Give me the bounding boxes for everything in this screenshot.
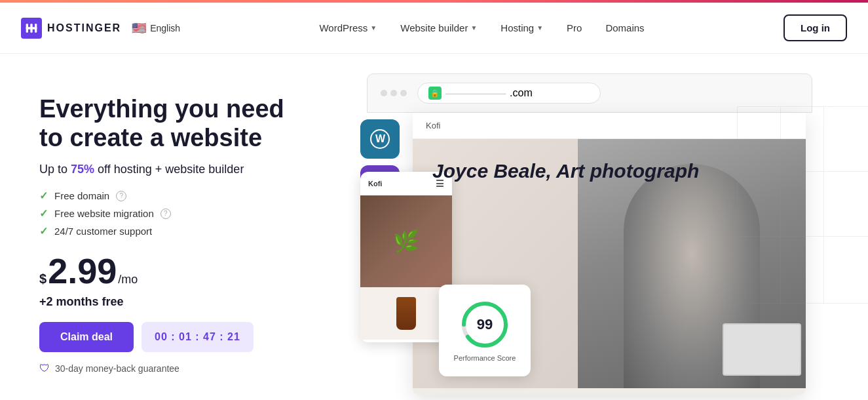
nav-item-wordpress[interactable]: WordPress ▼ <box>310 17 386 39</box>
vase-decoration <box>396 297 416 330</box>
feature-label-support: 24/7 customer support <box>54 226 152 237</box>
hostinger-logo-svg <box>25 22 38 35</box>
browser-dot-green <box>400 90 407 96</box>
claim-deal-button[interactable]: Claim deal <box>39 322 134 352</box>
nav-item-website-builder[interactable]: Website builder ▼ <box>391 17 486 39</box>
preview-title-overlay: Joyce Beale, Art photograph <box>432 159 699 184</box>
logo-link[interactable]: HOSTINGER <box>21 18 121 39</box>
flag-icon: 🇺🇸 <box>132 21 146 35</box>
performance-circle: 99 <box>459 298 511 351</box>
subtitle-highlight: 75% <box>71 163 94 176</box>
chevron-down-icon: ▼ <box>537 24 543 31</box>
main-nav: WordPress ▼ Website builder ▼ Hosting ▼ … <box>310 17 653 39</box>
laptop-icon <box>723 323 801 376</box>
navbar-right: Log in <box>783 14 847 41</box>
nav-item-domains[interactable]: Domains <box>596 17 653 39</box>
check-icon: ✓ <box>39 225 48 237</box>
nav-label-wordpress: WordPress <box>319 22 368 33</box>
guarantee-text: 30-day money-back guarantee <box>55 363 179 374</box>
price-main-value: 2.99 <box>48 253 117 289</box>
language-label: English <box>150 23 180 33</box>
feature-support: ✓ 24/7 customer support <box>39 225 314 237</box>
preview-site-name: Kofi <box>426 121 440 130</box>
chevron-down-icon: ▼ <box>370 24 377 31</box>
svg-rect-3 <box>26 27 37 29</box>
lock-icon: 🔒 <box>428 87 442 100</box>
subtitle-prefix: Up to <box>39 163 71 176</box>
nav-label-hosting: Hosting <box>500 22 534 33</box>
logo-icon <box>21 18 42 39</box>
address-bar-text: ────────── <box>445 89 506 98</box>
nav-label-pro: Pro <box>567 22 582 33</box>
mobile-site-name: Kofi <box>368 180 382 188</box>
info-icon-free-domain[interactable]: ? <box>116 191 126 201</box>
price-block: $ 2.99 /mo <box>39 253 314 289</box>
mobile-content-area <box>360 287 452 340</box>
performance-card: 99 Performance Score <box>439 285 531 376</box>
price-dollar-sign: $ <box>39 271 47 287</box>
price-per-month: /mo <box>118 273 138 287</box>
price-extra-months: +2 months free <box>39 295 314 309</box>
browser-dot-red <box>381 90 387 96</box>
feature-free-domain: ✓ Free domain ? <box>39 190 314 202</box>
hero-content-left: Everything you need to create a website … <box>39 54 328 400</box>
hero-title: Everything you need to create a website <box>39 95 314 152</box>
mobile-image-area: 🌿 <box>360 195 452 287</box>
nav-label-website-builder: Website builder <box>400 22 468 33</box>
feature-label-free-domain: Free domain <box>54 190 109 201</box>
address-bar: 🔒 ────────── .com <box>417 83 601 104</box>
browser-dots <box>381 90 407 96</box>
performance-score-number: 99 <box>477 316 493 333</box>
features-list: ✓ Free domain ? ✓ Free website migration… <box>39 190 314 237</box>
nav-label-domains: Domains <box>605 22 644 33</box>
navbar: HOSTINGER 🇺🇸 English WordPress ▼ Website… <box>0 3 868 54</box>
mobile-preview: Kofi ☰ 🌿 <box>360 172 452 342</box>
hero-section: Everything you need to create a website … <box>0 54 868 400</box>
guarantee-row: 🛡 30-day money-back guarantee <box>39 363 314 374</box>
svg-text:W: W <box>375 133 386 144</box>
hero-visual-right: 🔒 ────────── .com W <box>328 54 868 400</box>
preview-header: Kofi <box>413 113 806 139</box>
logo-text: HOSTINGER <box>47 22 121 34</box>
shield-icon: 🛡 <box>39 363 50 374</box>
navbar-left: HOSTINGER 🇺🇸 English <box>21 18 180 39</box>
cta-row: Claim deal 00 : 01 : 47 : 21 <box>39 322 314 352</box>
browser-dot-yellow <box>390 90 397 96</box>
wordpress-icon: W <box>360 119 400 159</box>
nav-item-pro[interactable]: Pro <box>557 17 591 39</box>
plant-icon: 🌿 <box>393 229 419 254</box>
browser-mockup: 🔒 ────────── .com <box>367 73 812 113</box>
check-icon: ✓ <box>39 190 48 202</box>
info-icon-free-migration[interactable]: ? <box>160 209 171 219</box>
subtitle-suffix: off hosting + website builder <box>94 163 244 176</box>
language-selector[interactable]: 🇺🇸 English <box>132 21 180 35</box>
nav-item-hosting[interactable]: Hosting ▼ <box>491 17 552 39</box>
chevron-down-icon: ▼ <box>470 24 477 31</box>
hero-subtitle: Up to 75% off hosting + website builder <box>39 163 314 176</box>
feature-label-free-migration: Free website migration <box>54 208 154 219</box>
feature-free-migration: ✓ Free website migration ? <box>39 207 314 220</box>
login-button[interactable]: Log in <box>783 14 847 41</box>
check-icon: ✓ <box>39 207 48 220</box>
price-line: $ 2.99 /mo <box>39 253 314 289</box>
countdown-timer: 00 : 01 : 47 : 21 <box>142 322 254 352</box>
performance-score-label: Performance Score <box>454 353 516 363</box>
address-dot-com: .com <box>510 87 533 99</box>
